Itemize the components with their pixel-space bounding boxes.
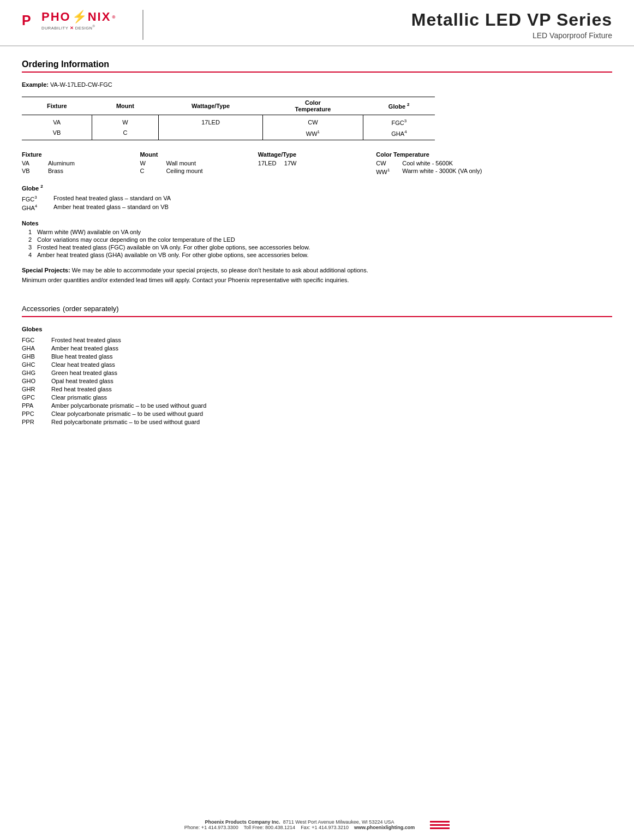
- key-mount-title: Mount: [140, 151, 258, 158]
- ordering-section: Ordering Information Example: VA-W-17LED…: [22, 59, 612, 285]
- logo-tagline: DURABILITY ✕ DESIGN®: [41, 25, 115, 31]
- key-desc-wall: Wall mount: [166, 160, 196, 166]
- key-code-ww: WW1: [376, 168, 398, 175]
- ordering-heading: Ordering Information: [22, 59, 612, 73]
- key-fixture-col: Fixture VA Aluminum VB Brass: [22, 151, 140, 176]
- td-wattage-empty: [158, 128, 263, 140]
- logo-area: P PHO ⚡ NIX ® DURABILITY ✕ DESIGN®: [22, 10, 115, 31]
- td-fixture-vb: VB: [22, 128, 92, 140]
- key-code-cw: CW: [376, 160, 398, 166]
- acc-row-gha: GHA Amber heat treated glass: [22, 345, 612, 352]
- acc-code-ghb: GHB: [22, 353, 46, 360]
- special-projects-text1: We may be able to accommodate your speci…: [70, 267, 368, 273]
- logo-sup: ®: [92, 25, 95, 28]
- example-line: Example: VA-W-17LED-CW-FGC: [22, 81, 612, 88]
- td-color-cw: CW: [263, 115, 363, 128]
- note-text-2: Color variations may occur depending on …: [37, 236, 235, 243]
- key-code-c: C: [140, 168, 162, 174]
- key-code-vb: VB: [22, 168, 44, 174]
- key-color-title: Color Temperature: [376, 151, 612, 158]
- acc-code-ppr: PPR: [22, 419, 46, 425]
- footer-company: Phoenix Products Company Inc.: [205, 819, 280, 825]
- th-color-temp: ColorTemperature: [263, 97, 363, 115]
- logo-brand-text: PHO: [41, 10, 71, 24]
- acc-desc-ghg: Green heat treated glass: [51, 370, 117, 376]
- acc-desc-ghr: Red heat treated glass: [51, 386, 112, 392]
- acc-code-ppa: PPA: [22, 402, 46, 409]
- acc-row-ppa: PPA Amber polycarbonate prismatic – to b…: [22, 402, 612, 409]
- note-text-1: Warm white (WW) available on VA only: [37, 229, 141, 235]
- note-num-4: 4: [22, 252, 32, 258]
- acc-desc-fgc: Frosted heat treated glass: [51, 337, 121, 343]
- key-wattage-col: Wattage/Type 17LED 17W: [258, 151, 376, 176]
- acc-desc-gho: Opal heat treated glass: [51, 378, 113, 384]
- key-desc-cool-white: Cool white - 5600K: [402, 160, 453, 166]
- globe-row-gha: GHA4 Amber heat treated glass – standard…: [22, 204, 612, 211]
- td-color-ww: WW1: [263, 128, 363, 140]
- acc-desc-gpc: Clear prismatic glass: [51, 394, 107, 401]
- key-mount-col: Mount W Wall mount C Ceiling mount: [140, 151, 258, 176]
- notes-title: Notes: [22, 220, 612, 227]
- acc-row-gho: GHO Opal heat treated glass: [22, 378, 612, 384]
- key-code-17led: 17LED: [258, 160, 280, 166]
- note-num-2: 2: [22, 236, 32, 243]
- accessories-title: Accessories: [22, 305, 60, 313]
- footer-website: www.phoenixlighting.com: [354, 825, 415, 830]
- th-wattage: Wattage/Type: [158, 97, 263, 115]
- key-code-w: W: [140, 160, 162, 166]
- ordering-table: Fixture Mount Wattage/Type ColorTemperat…: [22, 97, 435, 140]
- note-row-2: 2 Color variations may occur depending o…: [22, 236, 612, 243]
- note-row-1: 1 Warm white (WW) available on VA only: [22, 229, 612, 235]
- acc-desc-ppc: Clear polycarbonate prismatic – to be us…: [51, 410, 203, 417]
- td-mount-w: W: [92, 115, 159, 128]
- globe-desc-gha: Amber heat treated glass – standard on V…: [53, 204, 169, 211]
- key-desc-aluminum: Aluminum: [48, 160, 75, 166]
- note-row-3: 3 Frosted heat treated glass (FGC) avail…: [22, 244, 612, 251]
- acc-row-gpc: GPC Clear prismatic glass: [22, 394, 612, 401]
- acc-code-fgc: FGC: [22, 337, 46, 343]
- footer-fax: Fax: +1 414.973.3210: [301, 825, 349, 830]
- example-value: VA-W-17LED-CW-FGC: [50, 81, 112, 88]
- acc-row-ghb: GHB Blue heat treated glass: [22, 353, 612, 360]
- key-color-col: Color Temperature CW Cool white - 5600K …: [376, 151, 612, 176]
- main-content: Ordering Information Example: VA-W-17LED…: [0, 46, 634, 425]
- example-label: Example:: [22, 81, 49, 88]
- globes-label: Globes: [22, 326, 612, 332]
- acc-row-ghg: GHG Green heat treated glass: [22, 370, 612, 376]
- td-fixture-va: VA: [22, 115, 92, 128]
- accessories-heading: Accessories (order separately): [22, 302, 612, 317]
- footer-phone: Phone: +1 414.973.3300: [184, 825, 238, 830]
- key-row: VA Aluminum: [22, 160, 140, 166]
- note-num-1: 1: [22, 229, 32, 235]
- td-globe-fgc: FGC3: [363, 115, 435, 128]
- notes-section: Notes 1 Warm white (WW) available on VA …: [22, 220, 612, 258]
- acc-code-gho: GHO: [22, 378, 46, 384]
- special-projects: Special Projects: We may be able to acco…: [22, 266, 612, 285]
- key-row: C Ceiling mount: [140, 168, 258, 174]
- key-fixture-title: Fixture: [22, 151, 140, 158]
- key-row: WW1 Warm white - 3000K (VA only): [376, 168, 612, 175]
- header-right: Metallic LED VP Series LED Vaporproof Fi…: [154, 10, 612, 40]
- svg-text:P: P: [22, 13, 31, 28]
- th-mount: Mount: [92, 97, 159, 115]
- acc-row-ppr: PPR Red polycarbonate prismatic – to be …: [22, 419, 612, 425]
- key-desc-brass: Brass: [48, 168, 63, 174]
- header-divider: [142, 10, 143, 40]
- accessories-list: FGC Frosted heat treated glass GHA Amber…: [22, 337, 612, 425]
- logo-brand-text2: NIX: [88, 10, 111, 24]
- acc-code-gpc: GPC: [22, 394, 46, 401]
- acc-row-ghr: GHR Red heat treated glass: [22, 386, 612, 392]
- page-header: P PHO ⚡ NIX ® DURABILITY ✕ DESIGN® Metal…: [0, 0, 634, 46]
- series-title: Metallic LED VP Series: [154, 10, 612, 30]
- acc-code-gha: GHA: [22, 345, 46, 352]
- accessories-section: Accessories (order separately) Globes FG…: [22, 302, 612, 425]
- globe-code-fgc: FGC3: [22, 195, 49, 202]
- acc-desc-ppr: Red polycarbonate prismatic – to be used…: [51, 419, 200, 425]
- acc-desc-ghc: Clear heat treated glass: [51, 361, 115, 368]
- globe-row-fgc: FGC3 Frosted heat treated glass – standa…: [22, 195, 612, 202]
- globe2-section: Globe 2 FGC3 Frosted heat treated glass …: [22, 184, 612, 211]
- accessories-subtitle: (order separately): [63, 305, 119, 313]
- key-row: W Wall mount: [140, 160, 258, 166]
- th-fixture: Fixture: [22, 97, 92, 115]
- phoenix-icon: P: [22, 11, 39, 29]
